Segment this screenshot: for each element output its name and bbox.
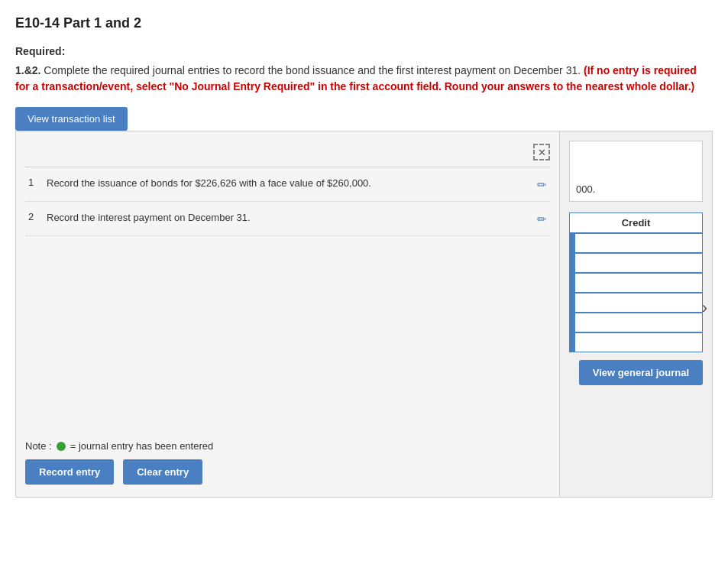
right-top-value: 000. <box>576 183 595 195</box>
transaction-item-1: 1 Record the issuance of bonds for $226,… <box>25 167 550 202</box>
transaction-num-2: 2 <box>28 211 40 222</box>
edit-icon-2[interactable]: ✏ <box>537 212 547 226</box>
transaction-text-1: Record the issuance of bonds for $226,62… <box>47 177 531 190</box>
button-row: Record entry Clear entry <box>25 452 550 488</box>
left-panel: ✕ 1 Record the issuance of bonds for $22… <box>16 131 559 497</box>
view-transaction-button[interactable]: View transaction list <box>15 107 128 131</box>
note-label: Note : <box>25 440 52 452</box>
credit-row-5 <box>569 313 703 332</box>
green-dot-icon <box>57 442 66 451</box>
credit-input-6[interactable] <box>575 332 703 352</box>
credit-row-6 <box>569 332 703 352</box>
instruction-main: Complete the required journal entries to… <box>44 64 581 76</box>
credit-input-2[interactable] <box>575 253 703 273</box>
note-text: = journal entry has been entered <box>70 440 214 452</box>
transaction-tab-area: View transaction list ✕ 1 Record the iss… <box>15 107 713 498</box>
credit-input-5[interactable] <box>575 313 703 332</box>
credit-input-4[interactable] <box>575 293 703 313</box>
credit-row-2 <box>569 253 703 273</box>
credit-input-1[interactable] <box>575 233 703 253</box>
credit-input-3[interactable] <box>575 273 703 293</box>
required-label: Required: <box>15 44 713 60</box>
transaction-list: 1 Record the issuance of bonds for $226,… <box>25 167 550 236</box>
transaction-item-2: 2 Record the interest payment on Decembe… <box>25 202 550 236</box>
credit-left-bar-5 <box>569 313 575 332</box>
credit-row-1 <box>569 233 703 253</box>
right-top-box: 000. <box>569 141 703 202</box>
credit-row-4 <box>569 293 703 313</box>
record-entry-button[interactable]: Record entry <box>25 459 114 485</box>
credit-left-bar-2 <box>569 253 575 273</box>
main-panel: ✕ 1 Record the issuance of bonds for $22… <box>15 131 713 498</box>
bottom-buttons: View general journal <box>560 352 712 388</box>
instruction-part: 1.&2. <box>15 64 40 76</box>
right-panel: › 000. Credit <box>559 131 712 497</box>
clear-entry-button[interactable]: Clear entry <box>123 459 202 485</box>
transaction-num-1: 1 <box>28 177 40 188</box>
credit-header: Credit <box>569 212 703 233</box>
credit-section: Credit <box>569 212 703 352</box>
edit-icon-1[interactable]: ✏ <box>537 178 547 192</box>
credit-left-bar-1 <box>569 233 575 253</box>
close-icon-area: ✕ <box>25 144 550 161</box>
view-general-journal-button[interactable]: View general journal <box>579 360 703 385</box>
credit-left-bar-6 <box>569 332 575 352</box>
page-title: E10-14 Part 1 and 2 <box>15 15 713 31</box>
chevron-right-icon[interactable]: › <box>702 298 707 318</box>
credit-rows <box>569 233 703 352</box>
transaction-text-2: Record the interest payment on December … <box>47 211 531 225</box>
credit-row-3 <box>569 273 703 293</box>
close-icon[interactable]: ✕ <box>533 144 550 161</box>
note-area: Note : = journal entry has been entered <box>25 431 550 452</box>
credit-left-bar-4 <box>569 293 575 313</box>
credit-left-bar-3 <box>569 273 575 293</box>
